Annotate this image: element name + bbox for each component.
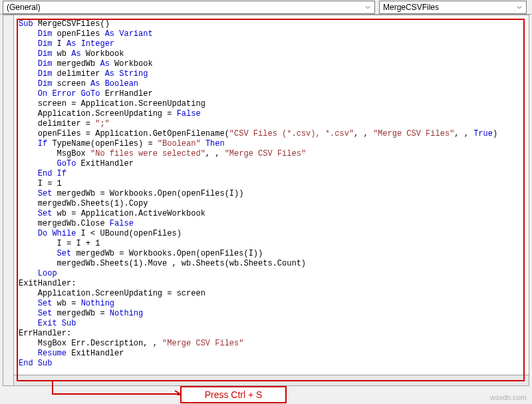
code-window: Sub MergeCSVFiles() Dim openFiles As Var…	[3, 15, 529, 386]
editor-toolbar: (General) MergeCSVFiles	[0, 0, 532, 15]
object-dropdown[interactable]: (General)	[3, 1, 375, 14]
chevron-down-icon	[362, 5, 372, 10]
procedure-dropdown-value: MergeCSVFiles	[383, 3, 439, 12]
watermark: wsxdn.com	[490, 393, 527, 401]
margin-indicator-bar	[3, 15, 14, 385]
chevron-down-icon	[514, 5, 524, 10]
procedure-dropdown[interactable]: MergeCSVFiles	[379, 1, 527, 14]
code-editor[interactable]: Sub MergeCSVFiles() Dim openFiles As Var…	[15, 17, 527, 372]
object-dropdown-value: (General)	[7, 3, 41, 12]
annotation-label: Press Ctrl + S	[180, 386, 287, 403]
horizontal-scrollbar[interactable]	[14, 375, 529, 385]
